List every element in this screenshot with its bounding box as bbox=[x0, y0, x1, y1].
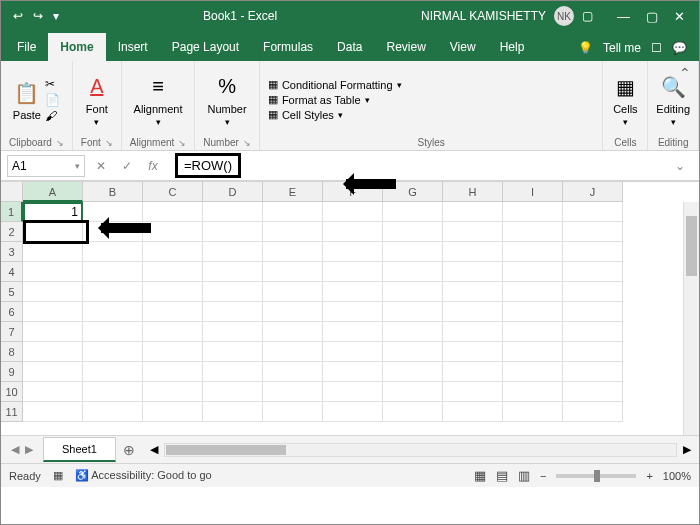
name-box[interactable]: A1 ▾ bbox=[7, 155, 85, 177]
row-header[interactable]: 8 bbox=[1, 342, 23, 362]
undo-icon[interactable]: ↩ bbox=[13, 9, 23, 23]
column-header[interactable]: E bbox=[263, 182, 323, 202]
cell[interactable] bbox=[503, 222, 563, 242]
cell[interactable] bbox=[203, 222, 263, 242]
cell[interactable] bbox=[563, 242, 623, 262]
cell[interactable] bbox=[263, 302, 323, 322]
cell[interactable] bbox=[203, 322, 263, 342]
cell[interactable] bbox=[383, 402, 443, 422]
cut-icon[interactable]: ✂ bbox=[45, 77, 60, 91]
cell[interactable] bbox=[323, 402, 383, 422]
enter-formula-icon[interactable]: ✓ bbox=[117, 159, 137, 173]
copy-icon[interactable]: 📄 bbox=[45, 93, 60, 107]
cell[interactable] bbox=[443, 262, 503, 282]
select-all-corner[interactable] bbox=[1, 182, 23, 202]
cell[interactable] bbox=[203, 262, 263, 282]
redo-icon[interactable]: ↪ bbox=[33, 9, 43, 23]
cell[interactable] bbox=[443, 322, 503, 342]
cell[interactable] bbox=[563, 342, 623, 362]
cell[interactable] bbox=[503, 202, 563, 222]
cell[interactable] bbox=[263, 262, 323, 282]
normal-view-icon[interactable]: ▦ bbox=[474, 468, 486, 483]
cell[interactable] bbox=[563, 382, 623, 402]
cell[interactable] bbox=[503, 402, 563, 422]
cell[interactable] bbox=[203, 202, 263, 222]
row-header[interactable]: 5 bbox=[1, 282, 23, 302]
cell[interactable] bbox=[263, 282, 323, 302]
cell[interactable] bbox=[263, 222, 323, 242]
cell[interactable] bbox=[83, 382, 143, 402]
tab-insert[interactable]: Insert bbox=[106, 33, 160, 61]
format-as-table-button[interactable]: ▦Format as Table ▾ bbox=[268, 93, 402, 106]
cell[interactable] bbox=[323, 202, 383, 222]
cell[interactable] bbox=[443, 302, 503, 322]
cell[interactable] bbox=[263, 322, 323, 342]
expand-formula-bar-icon[interactable]: ⌄ bbox=[675, 159, 685, 173]
cell[interactable] bbox=[503, 322, 563, 342]
restore-button[interactable]: ▢ bbox=[646, 9, 658, 24]
cell[interactable] bbox=[563, 262, 623, 282]
cell[interactable] bbox=[263, 382, 323, 402]
column-header[interactable]: H bbox=[443, 182, 503, 202]
cell[interactable] bbox=[383, 362, 443, 382]
row-header[interactable]: 10 bbox=[1, 382, 23, 402]
cell[interactable] bbox=[383, 222, 443, 242]
cell[interactable] bbox=[263, 362, 323, 382]
cell[interactable] bbox=[503, 242, 563, 262]
cell[interactable] bbox=[143, 262, 203, 282]
cell[interactable] bbox=[383, 322, 443, 342]
row-header[interactable]: 6 bbox=[1, 302, 23, 322]
cell[interactable] bbox=[83, 362, 143, 382]
user-avatar[interactable]: NK bbox=[554, 6, 574, 26]
tab-home[interactable]: Home bbox=[48, 33, 105, 61]
format-painter-icon[interactable]: 🖌 bbox=[45, 109, 60, 123]
sheet-nav-next-icon[interactable]: ▶ bbox=[25, 443, 33, 456]
cell[interactable] bbox=[23, 282, 83, 302]
minimize-button[interactable]: — bbox=[617, 9, 630, 24]
tab-file[interactable]: File bbox=[5, 33, 48, 61]
share-icon[interactable]: ☐ bbox=[651, 41, 662, 55]
cell[interactable] bbox=[563, 362, 623, 382]
cell[interactable] bbox=[443, 222, 503, 242]
tab-help[interactable]: Help bbox=[488, 33, 537, 61]
cell[interactable] bbox=[443, 342, 503, 362]
cell[interactable] bbox=[563, 302, 623, 322]
cell[interactable] bbox=[143, 402, 203, 422]
cell[interactable] bbox=[503, 362, 563, 382]
zoom-in-button[interactable]: + bbox=[646, 470, 652, 482]
cell[interactable] bbox=[563, 282, 623, 302]
font-launcher-icon[interactable]: ↘ bbox=[105, 138, 113, 148]
tell-me-input[interactable]: Tell me bbox=[603, 41, 641, 55]
column-header[interactable]: B bbox=[83, 182, 143, 202]
cell[interactable] bbox=[23, 222, 83, 242]
column-header[interactable]: A bbox=[23, 182, 83, 202]
column-header[interactable]: C bbox=[143, 182, 203, 202]
cell[interactable] bbox=[23, 382, 83, 402]
ribbon-display-icon[interactable]: ▢ bbox=[582, 9, 593, 23]
column-header[interactable]: G bbox=[383, 182, 443, 202]
cell[interactable] bbox=[143, 382, 203, 402]
cell[interactable] bbox=[563, 402, 623, 422]
cell[interactable] bbox=[563, 222, 623, 242]
cell[interactable] bbox=[383, 302, 443, 322]
cell[interactable] bbox=[143, 302, 203, 322]
column-header[interactable]: I bbox=[503, 182, 563, 202]
cell[interactable] bbox=[23, 402, 83, 422]
cell[interactable] bbox=[383, 282, 443, 302]
cell[interactable] bbox=[83, 262, 143, 282]
cell[interactable] bbox=[83, 282, 143, 302]
row-header[interactable]: 9 bbox=[1, 362, 23, 382]
cell[interactable] bbox=[83, 242, 143, 262]
cell[interactable] bbox=[203, 242, 263, 262]
zoom-out-button[interactable]: − bbox=[540, 470, 546, 482]
cell[interactable] bbox=[503, 282, 563, 302]
cell[interactable] bbox=[23, 322, 83, 342]
chevron-down-icon[interactable]: ▾ bbox=[75, 161, 80, 171]
cell[interactable] bbox=[23, 342, 83, 362]
row-header[interactable]: 4 bbox=[1, 262, 23, 282]
sheet-nav-prev-icon[interactable]: ◀ bbox=[11, 443, 19, 456]
cell[interactable] bbox=[23, 302, 83, 322]
tab-view[interactable]: View bbox=[438, 33, 488, 61]
alignment-launcher-icon[interactable]: ↘ bbox=[178, 138, 186, 148]
cell[interactable] bbox=[383, 342, 443, 362]
